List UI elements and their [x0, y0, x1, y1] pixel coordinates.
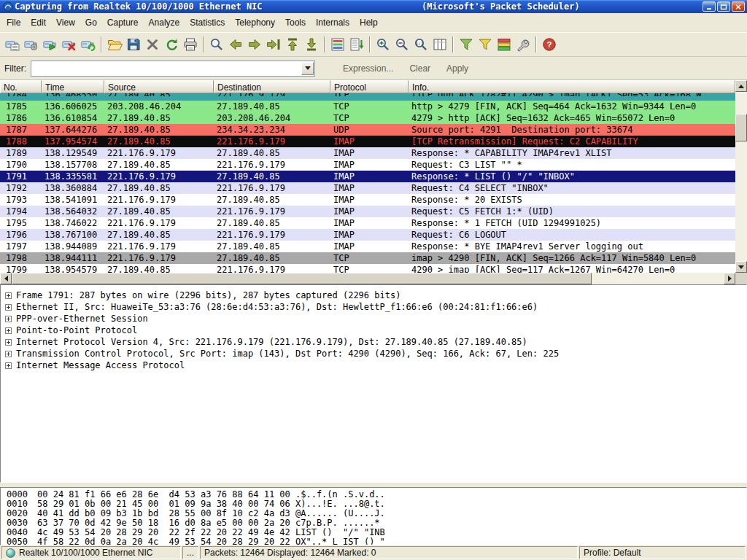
menu-capture[interactable]: Capture — [102, 15, 144, 31]
zoom-100-button[interactable]: 1:1 — [411, 35, 430, 54]
capture-filters-button[interactable] — [457, 35, 476, 54]
packet-row-1793[interactable]: 1793138.541091221.176.9.17927.189.40.85I… — [0, 194, 735, 206]
packet-row-1799[interactable]: 1799138.95457927.189.40.85221.176.9.179T… — [0, 264, 735, 273]
capture-stop-button[interactable] — [60, 35, 79, 54]
reload-file-button[interactable] — [162, 35, 181, 54]
detail-line[interactable]: Point-to-Point Protocol — [1, 324, 746, 336]
menu-help[interactable]: Help — [355, 15, 383, 31]
interface-list-button[interactable] — [3, 35, 22, 54]
clear-button[interactable]: Clear — [403, 61, 436, 76]
go-forward-button[interactable] — [245, 35, 264, 54]
close-button[interactable] — [732, 1, 745, 12]
packet-row-1789[interactable]: 1789138.129549221.176.9.17927.189.40.85I… — [0, 147, 735, 159]
expand-plus-icon[interactable] — [5, 327, 12, 334]
packet-row-1795[interactable]: 1795138.746022221.176.9.17927.189.40.85I… — [0, 217, 735, 229]
help-button[interactable]: ? — [540, 35, 559, 54]
menu-file[interactable]: File — [1, 15, 26, 31]
menu-telephony[interactable]: Telephony — [230, 15, 280, 31]
expand-plus-icon[interactable] — [5, 304, 12, 311]
packet-row-1796[interactable]: 1796138.76710027.189.40.85221.176.9.179I… — [0, 229, 735, 241]
expand-plus-icon[interactable] — [5, 339, 12, 346]
menu-edit[interactable]: Edit — [26, 15, 51, 31]
go-back-button[interactable] — [226, 35, 245, 54]
column-header-destination[interactable]: Destination — [214, 80, 330, 93]
capture-start-button[interactable] — [41, 35, 60, 54]
detail-line[interactable]: Internet Message Access Protocol — [1, 359, 746, 371]
column-header-info[interactable]: Info. — [409, 80, 735, 93]
packet-row-1791[interactable]: 1791138.335581221.176.9.17927.189.40.85I… — [0, 171, 735, 182]
packet-row-1786[interactable]: 1786136.61085427.189.40.85203.208.46.204… — [0, 112, 735, 124]
zoom-in-button[interactable] — [374, 35, 392, 54]
packet-row-1785[interactable]: 1785136.606025203.208.46.20427.189.40.85… — [0, 101, 735, 112]
go-to-top-button[interactable] — [283, 35, 302, 54]
expand-plus-icon[interactable] — [5, 292, 12, 299]
close-file-button[interactable] — [143, 35, 162, 54]
go-to-packet-button[interactable] — [264, 35, 283, 54]
detail-line[interactable]: PPP-over-Ethernet Session — [1, 313, 746, 324]
packet-list-vscrollbar[interactable] — [735, 80, 747, 273]
interface-list-icon — [4, 36, 20, 52]
menu-analyze[interactable]: Analyze — [144, 15, 185, 31]
expand-plus-icon[interactable] — [5, 351, 12, 357]
coloring-rules-button[interactable] — [495, 35, 514, 54]
packet-row-1797[interactable]: 1797138.944089221.176.9.17927.189.40.85I… — [0, 241, 735, 252]
expression-button[interactable]: Expression... — [337, 61, 399, 76]
wireshark-logo-icon[interactable] — [3, 1, 13, 12]
packet-list-hscrollbar[interactable] — [0, 273, 735, 284]
menu-tools[interactable]: Tools — [280, 15, 311, 31]
hscroll-thumb[interactable] — [12, 273, 592, 284]
scroll-up-button[interactable] — [735, 80, 747, 92]
find-packet-button[interactable] — [207, 35, 226, 54]
capture-filters-icon — [458, 36, 474, 52]
apply-button[interactable]: Apply — [441, 61, 474, 76]
autoscroll-button[interactable] — [347, 35, 366, 54]
menu-statistics[interactable]: Statistics — [185, 15, 230, 31]
detail-line[interactable]: Ethernet II, Src: HuaweiTe_53:a3:76 (28:… — [1, 301, 746, 313]
capture-options-button[interactable] — [22, 35, 41, 54]
detail-line[interactable]: Frame 1791: 287 bytes on wire (2296 bits… — [1, 289, 746, 301]
cell-source: 221.176.9.179 — [104, 252, 214, 264]
help-icon: ? — [541, 36, 557, 52]
maximize-button[interactable] — [717, 1, 730, 12]
hex-line[interactable]: 00504f 58 22 0d 0a 2a 20 4c 49 53 54 20 … — [7, 537, 746, 545]
expand-plus-icon[interactable] — [5, 316, 12, 322]
packet-row-1794[interactable]: 1794138.56403227.189.40.85221.176.9.179I… — [0, 206, 735, 217]
detail-line[interactable]: Internet Protocol Version 4, Src: 221.17… — [1, 336, 746, 348]
column-header-protocol[interactable]: Protocol — [330, 80, 409, 93]
filter-input[interactable] — [32, 62, 301, 75]
menu-view[interactable]: View — [51, 15, 80, 31]
scroll-right-button[interactable] — [724, 273, 735, 284]
packet-row-1784[interactable]: 1784136.46855027.189.40.85221.176.9.179T… — [0, 93, 735, 101]
zoom-out-button[interactable] — [392, 35, 411, 54]
menu-internals[interactable]: Internals — [311, 15, 355, 31]
expert-info-icon[interactable] — [6, 548, 15, 558]
column-header-source[interactable]: Source — [104, 80, 214, 93]
vscroll-thumb[interactable] — [735, 114, 747, 141]
packet-row-1792[interactable]: 1792138.36088427.189.40.85221.176.9.179I… — [0, 182, 735, 194]
colorize-button[interactable] — [328, 35, 347, 54]
scroll-down-button[interactable] — [735, 261, 747, 273]
detail-line[interactable]: Transmission Control Protocol, Src Port:… — [1, 348, 746, 359]
open-file-button[interactable] — [105, 35, 124, 54]
capture-restart-button[interactable] — [79, 35, 98, 54]
packet-row-1790[interactable]: 1790138.15770827.189.40.85221.176.9.179I… — [0, 159, 735, 171]
column-header-no[interactable]: No. — [0, 80, 42, 93]
go-to-bottom-button[interactable] — [302, 35, 321, 54]
preferences-button[interactable] — [514, 35, 533, 54]
filter-dropdown-button[interactable] — [301, 62, 314, 75]
save-file-button[interactable] — [124, 35, 143, 54]
column-header-time[interactable]: Time — [42, 80, 104, 93]
minimize-button[interactable] — [703, 1, 716, 12]
go-back-icon — [228, 36, 244, 52]
cell-protocol: IMAP — [330, 136, 409, 147]
scroll-left-button[interactable] — [0, 273, 12, 284]
menu-go[interactable]: Go — [80, 15, 102, 31]
filter-label-button[interactable]: Filter: — [4, 63, 26, 74]
resize-columns-button[interactable] — [430, 35, 449, 54]
packet-row-1787[interactable]: 1787137.64427627.189.40.85234.34.23.234U… — [0, 124, 735, 136]
display-filters-button[interactable] — [476, 35, 495, 54]
print-button[interactable] — [181, 35, 200, 54]
packet-row-1798[interactable]: 1798138.944111221.176.9.17927.189.40.85T… — [0, 252, 735, 264]
expand-plus-icon[interactable] — [5, 362, 12, 369]
packet-row-1788[interactable]: 1788137.95457427.189.40.85221.176.9.179I… — [0, 136, 735, 147]
